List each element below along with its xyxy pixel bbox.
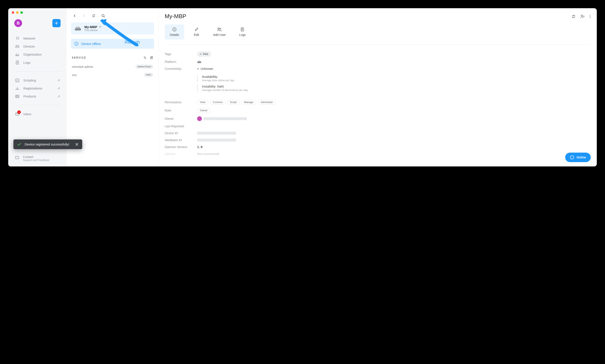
sort-button[interactable]	[143, 56, 147, 59]
daemon-version-label: Daemon Version:	[165, 145, 197, 149]
tab-edit[interactable]: Edit	[187, 25, 206, 39]
tab-label: Logs	[239, 33, 246, 37]
svg-point-16	[76, 43, 77, 43]
tab-add-user[interactable]: Add User	[209, 25, 230, 39]
permission-pill: Manage	[241, 100, 256, 105]
sidebar-item-inbox[interactable]: 9 Inbox	[8, 110, 67, 118]
divider	[165, 44, 591, 45]
window-controls	[12, 11, 23, 14]
more-menu-button[interactable]	[590, 14, 591, 18]
svg-point-10	[16, 157, 17, 158]
contact-icon	[15, 156, 19, 159]
online-label: Online	[577, 156, 586, 159]
svg-point-26	[220, 28, 221, 29]
owner-label: Owner:	[165, 117, 197, 120]
tab-details[interactable]: Details	[165, 25, 184, 39]
sidebar-divider	[14, 105, 61, 105]
fullscreen-window-button[interactable]	[20, 11, 23, 14]
logs-icon	[241, 27, 244, 31]
tags-label: Tags:	[165, 52, 197, 56]
products-icon	[15, 95, 19, 98]
license-label: License:	[165, 152, 197, 156]
platform-label: Platform:	[165, 60, 197, 64]
platform-icon	[197, 60, 201, 63]
device-name: My-MBP	[84, 25, 97, 29]
tab-logs[interactable]: Logs	[233, 25, 252, 39]
refresh-detail-button[interactable]	[572, 14, 576, 18]
add-tag-button[interactable]: +TAG	[197, 52, 211, 57]
device-id-label: Device ID:	[165, 131, 197, 135]
daemon-version-value: 1.0	[197, 145, 203, 149]
sidebar-item-scripting[interactable]: Scripting ↗	[8, 76, 67, 84]
external-link-icon: ↗	[57, 86, 60, 90]
sidebar-item-label: Products	[23, 94, 36, 98]
service-header: SERVICE	[72, 56, 86, 59]
owner-redacted	[204, 117, 247, 120]
alert-text: Device offline	[81, 42, 101, 46]
sidebar-item-network[interactable]: Network	[8, 34, 67, 42]
instability-title: Instability: NaN	[202, 85, 591, 88]
target-button[interactable]	[150, 56, 153, 59]
toast-close-button[interactable]	[75, 143, 78, 146]
connectivity-label: Connectivity:	[165, 67, 197, 70]
service-row[interactable]: remoteit admin Admin Panel	[71, 63, 154, 71]
service-row[interactable]: vnc VNC	[71, 71, 154, 79]
contact-sublabel: Support and Feedback	[23, 159, 49, 162]
add-button[interactable]	[52, 19, 61, 27]
device-id-redacted	[197, 132, 236, 135]
device-sublabel: This device	[84, 29, 102, 32]
svg-point-22	[590, 17, 591, 18]
online-chat-button[interactable]: Online	[565, 153, 591, 162]
sidebar-item-products[interactable]: Products ↗	[8, 92, 67, 100]
sidebar-divider	[14, 71, 61, 72]
sidebar-item-contact[interactable]: Contact Support and Feedback	[15, 155, 60, 162]
back-button[interactable]	[71, 13, 78, 19]
tab-label: Add User	[213, 33, 226, 37]
sidebar-item-organization[interactable]: Organization	[8, 50, 67, 58]
chat-icon	[570, 155, 574, 159]
status-dot-icon	[197, 68, 199, 70]
sidebar-item-devices[interactable]: Devices	[8, 42, 67, 50]
svg-rect-7	[15, 95, 19, 98]
organization-icon	[15, 53, 19, 56]
close-window-button[interactable]	[12, 11, 14, 14]
availability-sub: Average time online per day.	[202, 79, 591, 82]
svg-point-20	[590, 15, 591, 15]
scripting-icon	[15, 79, 19, 82]
logs-icon	[15, 61, 19, 65]
svg-point-25	[218, 28, 219, 29]
svg-point-21	[590, 16, 591, 17]
device-offline-alert: Device offline	[71, 39, 154, 49]
toast-notification: Device registered successfully!	[14, 139, 82, 149]
network-icon	[15, 36, 19, 40]
app-window: Refresh B Network Devices	[8, 8, 597, 167]
sidebar-item-label: Network	[23, 37, 35, 40]
svg-point-14	[80, 29, 80, 29]
device-detail-column: My-MBP Details Edit Add Us	[159, 8, 597, 167]
refresh-button[interactable]	[90, 13, 97, 19]
svg-point-19	[581, 15, 582, 16]
instability-block: Instability: NaN Average number of disco…	[197, 85, 591, 92]
service-tag: VNC	[144, 73, 153, 77]
edit-icon	[194, 27, 198, 31]
forward-button[interactable]	[81, 13, 87, 19]
owner-avatar-icon	[197, 116, 202, 121]
tab-label: Edit	[194, 33, 199, 37]
minimize-window-button[interactable]	[16, 11, 19, 14]
avatar[interactable]: B	[14, 19, 22, 27]
sidebar-item-registrations[interactable]: Registrations ↗	[8, 84, 67, 92]
devices-icon	[15, 45, 19, 48]
license-value: Non-commercial	[197, 152, 219, 156]
svg-point-24	[174, 28, 175, 29]
device-card[interactable]: My-MBP This device	[71, 23, 154, 34]
search-button[interactable]	[100, 13, 107, 19]
sidebar-item-logs[interactable]: Logs	[8, 58, 67, 66]
hardware-id-label: Hardware ID:	[165, 138, 197, 142]
permission-pill: Script	[227, 100, 240, 105]
registrations-icon	[15, 87, 19, 90]
availability-block: Availability: Average time online per da…	[197, 75, 591, 82]
sidebar-item-label: Organization	[23, 52, 42, 56]
toast-text: Device registered successfully!	[25, 143, 69, 146]
add-user-button[interactable]	[580, 14, 585, 18]
external-link-icon: ↗	[57, 94, 60, 98]
